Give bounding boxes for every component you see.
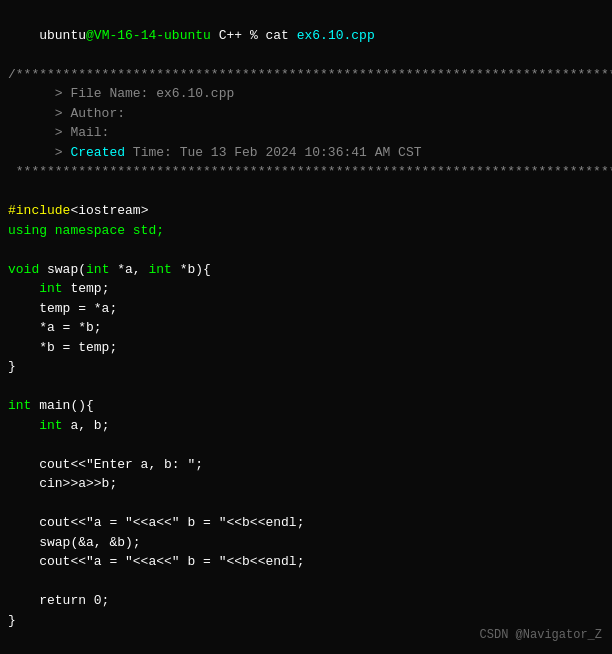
swap-call: swap(&a, &b); — [8, 533, 604, 553]
comment-filename: > File Name: ex6.10.cpp — [8, 84, 604, 104]
main-signature: int main(){ — [8, 396, 604, 416]
comment-mail: > Mail: — [8, 123, 604, 143]
blank-6 — [8, 572, 604, 592]
int-ab: int a, b; — [8, 416, 604, 436]
swap-close-brace: } — [8, 357, 604, 377]
comment-border-top: /***************************************… — [8, 65, 604, 85]
temp-assign: temp = *a; — [8, 299, 604, 319]
prompt-shell: C++ % — [211, 28, 266, 43]
blank-3 — [8, 377, 604, 397]
int-temp: int temp; — [8, 279, 604, 299]
cout-enter: cout<<"Enter a, b: "; — [8, 455, 604, 475]
cin-line: cin>>a>>b; — [8, 474, 604, 494]
blank-4 — [8, 435, 604, 455]
blank-1 — [8, 182, 604, 202]
return-line: return 0; — [8, 591, 604, 611]
blank-2 — [8, 240, 604, 260]
terminal-window: ubuntu@VM-16-14-ubuntu C++ % cat ex6.10.… — [0, 0, 612, 654]
filename: ex6.10.cpp — [297, 28, 375, 43]
cmd-cat: cat — [265, 28, 296, 43]
prompt-user: ubuntu — [39, 28, 86, 43]
command-line: ubuntu@VM-16-14-ubuntu C++ % cat ex6.10.… — [8, 6, 604, 65]
swap-signature: void swap(int *a, int *b){ — [8, 260, 604, 280]
comment-border-bot: ****************************************… — [8, 162, 604, 182]
include-line: #include<iostream> — [8, 201, 604, 221]
a-assign: *a = *b; — [8, 318, 604, 338]
blank-5 — [8, 494, 604, 514]
namespace-line: using namespace std; — [8, 221, 604, 241]
cout-ab-after: cout<<"a = "<<a<<" b = "<<b<<endl; — [8, 552, 604, 572]
prompt-at: @ — [86, 28, 94, 43]
comment-author: > Author: — [8, 104, 604, 124]
cout-ab-before: cout<<"a = "<<a<<" b = "<<b<<endl; — [8, 513, 604, 533]
prompt-host: VM-16-14-ubuntu — [94, 28, 211, 43]
comment-created: > Created Time: Tue 13 Feb 2024 10:36:41… — [8, 143, 604, 163]
watermark: CSDN @Navigator_Z — [480, 626, 602, 644]
b-assign: *b = temp; — [8, 338, 604, 358]
